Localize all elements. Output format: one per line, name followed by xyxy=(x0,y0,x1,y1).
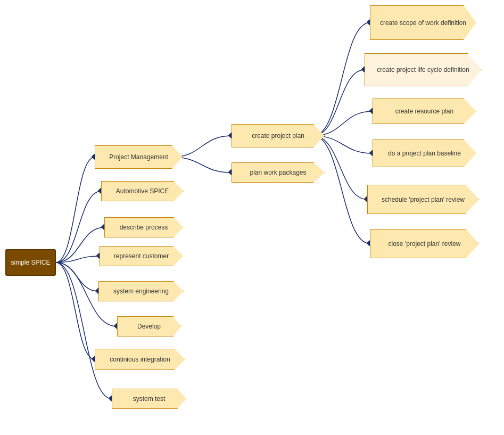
node-describe_process: describe process xyxy=(104,217,183,237)
node-close_review: close 'project plan' review xyxy=(370,229,479,258)
node-create_resource_plan: create resource plan xyxy=(373,99,476,124)
node-system_test: system test xyxy=(112,389,186,409)
node-develop: Develop xyxy=(117,316,181,336)
node-plan_work_packages: plan work packages xyxy=(232,162,325,183)
node-project_management: Project Management xyxy=(95,145,183,169)
node-create_project_plan: create project plan xyxy=(232,124,325,147)
node-create_scope: create scope of work definition xyxy=(370,5,476,40)
node-continuous_integration: continious integration xyxy=(95,349,185,370)
node-represent_customer: represent customer xyxy=(100,246,183,266)
node-create_project_life: create project life cycle definition xyxy=(365,53,482,86)
node-schedule_review: schedule 'project plan' review xyxy=(367,185,479,214)
node-automotive_spice: Automotive SPICE xyxy=(101,181,184,201)
node-root: simple SPICE xyxy=(5,249,56,276)
node-do_project_plan_baseline: do a project plan baseline xyxy=(373,139,476,167)
node-system_engineering: system engineering xyxy=(98,281,184,301)
